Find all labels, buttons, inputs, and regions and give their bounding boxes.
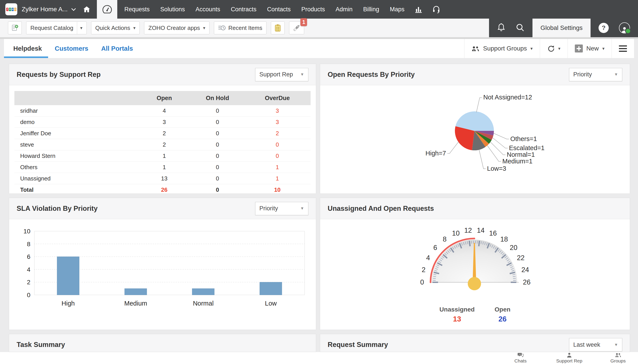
table-row: Others 1 0 1 (15, 162, 311, 173)
home-icon[interactable] (83, 6, 90, 12)
tab-all-portals[interactable]: All Portals (101, 39, 133, 58)
nav-item-contracts[interactable]: Contracts (226, 0, 262, 18)
recent-items-button[interactable]: Recent Items (214, 22, 267, 34)
global-settings-button[interactable]: Global Settings (532, 18, 590, 37)
priority-filter-select[interactable]: Priority ▼ (569, 68, 622, 81)
groups-icon (472, 45, 480, 52)
support-rep-filter-select[interactable]: Support Rep ▼ (255, 68, 308, 81)
overdue-count: 1 (244, 164, 311, 171)
svg-text:2: 2 (422, 266, 426, 274)
help-button[interactable]: ? (598, 23, 609, 33)
menu-button[interactable] (612, 39, 634, 58)
on-hold-count: 0 (191, 130, 244, 137)
card-open-requests-by-priority: Open Requests By Priority Priority ▼ Oth… (320, 64, 630, 194)
toolbar-right: Global Settings ? (489, 18, 638, 37)
tab-helpdesk[interactable]: Helpdesk (13, 39, 42, 58)
svg-text:4: 4 (426, 254, 430, 262)
top-nav-items: Requests Solutions Accounts Contracts Co… (119, 0, 445, 18)
search-icon[interactable] (516, 23, 525, 33)
headset-icon[interactable] (428, 5, 445, 13)
request-catalog-label: Request Catalog (30, 24, 73, 32)
svg-text:Others=1: Others=1 (510, 135, 537, 142)
request-catalog-dropdown[interactable]: Request Catalog ▾ (26, 22, 87, 34)
total-open: 26 (138, 186, 191, 193)
global-settings-label: Global Settings (540, 24, 583, 32)
recent-items-label: Recent Items (228, 24, 262, 32)
add-request-button[interactable] (8, 22, 22, 34)
speedometer-icon (102, 5, 112, 14)
dock-label: Support Rep (556, 358, 582, 364)
user-avatar[interactable] (619, 22, 630, 34)
nav-item-requests[interactable]: Requests (119, 0, 155, 18)
svg-text:20: 20 (510, 244, 517, 252)
overdue-count: 3 (244, 119, 311, 126)
top-nav: ZOHO Zylker Home A... Requests Solutions… (0, 0, 638, 18)
table-row: demo 3 0 3 (15, 116, 311, 128)
overdue-count: 1 (244, 175, 311, 182)
caret-down-icon: ▼ (614, 342, 618, 347)
open-count: 3 (138, 119, 191, 126)
overdue-count: 2 (244, 130, 311, 137)
dock-support-rep[interactable]: Support Rep (554, 352, 585, 364)
nav-item-solutions[interactable]: Solutions (155, 0, 190, 18)
select-value: Last week (573, 342, 600, 348)
card-title: Unassigned And Open Requests (328, 204, 434, 212)
org-switcher[interactable]: Zylker Home A... (22, 6, 76, 13)
overdue-count: 3 (244, 108, 311, 114)
nav-item-contacts[interactable]: Contacts (262, 0, 296, 18)
nav-item-products[interactable]: Products (296, 0, 330, 18)
svg-text:Medium: Medium (124, 300, 147, 307)
rep-name: Howard Stern (15, 152, 138, 160)
refresh-button[interactable]: ▾ (540, 39, 567, 58)
clipboard-button[interactable] (271, 22, 285, 34)
logo-letter: Z (6, 8, 9, 11)
dock-chats[interactable]: Chats (505, 352, 536, 364)
rep-name: Jeniffer Doe (15, 130, 138, 137)
total-on-hold: 0 (191, 186, 244, 193)
nav-item-billing[interactable]: Billing (358, 0, 384, 18)
logo-letter: O (9, 8, 11, 11)
tab-customers[interactable]: Customers (55, 39, 88, 58)
card-request-summary: Request Summary Last week ▼ (320, 334, 630, 352)
svg-text:26: 26 (523, 278, 530, 286)
card-title: Request Summary (328, 341, 388, 349)
pie-chart: Others=1Escalated=1Normal=1Medium=1Low=3… (320, 85, 630, 194)
dock-groups[interactable]: Groups (602, 352, 633, 364)
bar-chart: 0246810HighMediumNormalLow (9, 219, 316, 330)
card-header: Open Requests By Priority Priority ▼ (320, 64, 630, 85)
new-button[interactable]: New ▾ (567, 39, 612, 58)
nav-item-accounts[interactable]: Accounts (190, 0, 226, 18)
support-groups-dropdown[interactable]: Support Groups ▾ (464, 39, 540, 58)
nav-item-maps[interactable]: Maps (384, 0, 410, 18)
reports-chart-icon[interactable] (410, 6, 428, 13)
plus-icon (575, 44, 583, 52)
chat-bubbles-icon (517, 352, 524, 358)
tab-dashboard-active[interactable] (97, 0, 117, 18)
table-row: Howard Stern 1 0 0 (15, 150, 311, 162)
select-value: Support Rep (259, 71, 293, 78)
nav-item-admin[interactable]: Admin (330, 0, 358, 18)
svg-text:24: 24 (521, 266, 529, 274)
whats-new-button[interactable]: 1 (289, 22, 304, 34)
support-groups-label: Support Groups (483, 45, 527, 52)
logo-letter: H (12, 8, 14, 11)
open-count: 4 (138, 108, 191, 114)
col-on-hold: On Hold (191, 95, 244, 102)
card-body: 02468101214161820222426 Unassigned 13 Op… (320, 219, 630, 330)
svg-text:8: 8 (27, 241, 30, 248)
priority-filter-select[interactable]: Priority ▼ (255, 202, 308, 215)
bell-icon[interactable] (497, 23, 505, 33)
toolbar-left: Request Catalog ▾ Quick Actions ▾ ZOHO C… (8, 22, 304, 34)
creator-apps-dropdown[interactable]: ZOHO Creator apps ▾ (144, 22, 209, 34)
zoho-logo-icon[interactable]: ZOHO (5, 3, 17, 15)
caret-down-icon: ▾ (203, 25, 205, 30)
svg-text:4: 4 (27, 266, 30, 273)
svg-text:2: 2 (27, 279, 30, 286)
open-count: 1 (138, 164, 191, 171)
quick-actions-dropdown[interactable]: Quick Actions ▾ (91, 22, 140, 34)
stat-unassigned: Unassigned 13 (439, 306, 475, 323)
overdue-count: 0 (244, 141, 311, 148)
svg-text:High: High (62, 300, 75, 307)
last-week-filter-select[interactable]: Last week ▼ (569, 338, 622, 352)
table-row: Jeniffer Doe 2 0 2 (15, 128, 311, 139)
